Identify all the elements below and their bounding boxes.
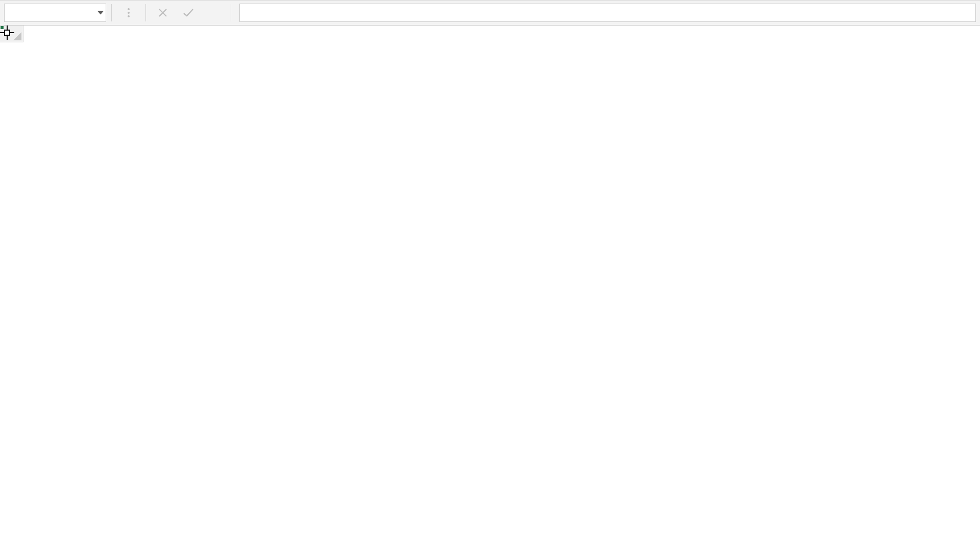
formula-input[interactable] bbox=[239, 4, 976, 22]
cancel-button[interactable] bbox=[151, 4, 175, 22]
insert-function-dots-button[interactable] bbox=[117, 4, 140, 22]
separator bbox=[145, 4, 146, 21]
name-box[interactable] bbox=[4, 4, 106, 22]
separator bbox=[111, 4, 112, 21]
fx-button[interactable] bbox=[202, 4, 226, 22]
formula-bar bbox=[0, 0, 980, 26]
triangle-icon bbox=[13, 32, 21, 40]
dots-icon bbox=[128, 8, 130, 17]
separator bbox=[231, 4, 231, 21]
close-icon bbox=[158, 8, 168, 18]
fill-handle[interactable] bbox=[0, 26, 4, 30]
dropdown-icon[interactable] bbox=[97, 11, 104, 15]
check-icon bbox=[183, 8, 194, 17]
enter-button[interactable] bbox=[177, 4, 200, 22]
